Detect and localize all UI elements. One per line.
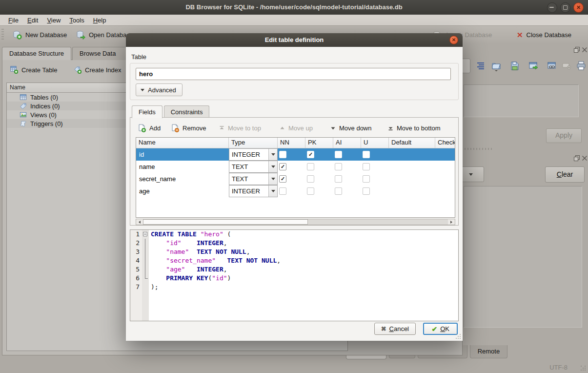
move-to-bottom-icon — [388, 125, 393, 131]
ai-checkbox[interactable] — [335, 163, 342, 170]
print-cell-icon[interactable] — [576, 61, 587, 71]
close-database-button[interactable]: ✕ Close Database — [514, 28, 574, 41]
clear-log-button[interactable]: Clear — [545, 166, 585, 183]
nn-checkbox[interactable]: ✓ — [279, 163, 286, 170]
pk-checkbox[interactable]: ✓ — [307, 151, 314, 158]
field-check-cell[interactable] — [435, 173, 455, 185]
tab-constraints[interactable]: Constraints — [164, 105, 210, 118]
import-file-icon[interactable] — [491, 61, 502, 71]
remove-field-button[interactable]: Remove — [171, 122, 206, 134]
field-type-combo[interactable]: TEXT — [229, 173, 278, 185]
column-header-check[interactable]: Check — [435, 138, 455, 148]
column-header-ai[interactable]: AI — [333, 138, 361, 148]
advanced-button[interactable]: Advanced — [136, 83, 182, 96]
dialog-close-button[interactable]: ✕ — [449, 36, 458, 44]
field-row-secret_name[interactable]: secret_nameTEXT✓ — [136, 173, 455, 185]
field-type-combo[interactable]: TEXT — [229, 161, 278, 173]
dock-close-icon[interactable] — [582, 47, 588, 53]
fold-marker — [142, 256, 149, 265]
field-type-combo[interactable]: INTEGER — [229, 148, 278, 161]
dialog-title: Edit table definition — [126, 33, 463, 47]
field-row-id[interactable]: idINTEGER✓ — [136, 148, 455, 161]
add-field-button[interactable]: Add — [138, 122, 161, 134]
dock-splitter-handle[interactable] — [465, 148, 494, 150]
u-checkbox[interactable] — [363, 175, 370, 183]
dock-close-icon[interactable] — [582, 155, 588, 161]
create-table-button[interactable]: Create Table — [10, 66, 57, 74]
save-cell-icon[interactable] — [509, 61, 520, 71]
menu-file[interactable]: File — [4, 16, 23, 25]
text-format-icon[interactable] — [475, 61, 486, 71]
pk-checkbox[interactable] — [307, 175, 314, 183]
ai-checkbox[interactable] — [335, 187, 342, 195]
advanced-label: Advanced — [148, 86, 176, 94]
field-check-cell[interactable] — [435, 185, 455, 197]
cancel-button[interactable]: ✖ Cancel — [374, 323, 416, 335]
field-check-cell[interactable] — [435, 148, 455, 161]
dock-float-icon[interactable] — [574, 155, 580, 161]
move-to-bottom-button[interactable]: Move to bottom — [388, 122, 441, 134]
nn-checkbox[interactable] — [279, 151, 286, 158]
field-default-cell[interactable] — [389, 161, 435, 173]
scroll-right-icon[interactable] — [448, 219, 455, 225]
field-check-cell[interactable] — [435, 161, 455, 173]
dialog-resize-grip[interactable] — [455, 333, 461, 339]
sql-log-area[interactable] — [464, 186, 582, 328]
menu-tools[interactable]: Tools — [65, 16, 88, 25]
pk-checkbox[interactable] — [307, 187, 314, 195]
maximize-button[interactable] — [560, 2, 570, 13]
tab-database-structure[interactable]: Database Structure — [2, 47, 71, 60]
toolbar-drag-handle[interactable] — [1, 29, 4, 41]
tab-remote[interactable]: Remote — [470, 345, 508, 358]
field-default-cell[interactable] — [389, 185, 435, 197]
ai-checkbox[interactable] — [335, 175, 342, 183]
dock-float-icon[interactable] — [574, 47, 580, 53]
u-checkbox[interactable] — [363, 163, 370, 170]
link-cell-icon[interactable] — [547, 61, 557, 71]
nn-checkbox[interactable]: ✓ — [279, 175, 286, 183]
minimize-button[interactable] — [547, 2, 557, 13]
ok-button[interactable]: ✔ OK — [423, 323, 458, 335]
column-header-u[interactable]: U — [361, 138, 389, 148]
encoding-indicator[interactable]: UTF-8 — [549, 364, 568, 371]
ai-checkbox[interactable] — [335, 151, 342, 158]
field-row-name[interactable]: nameTEXT✓ — [136, 161, 455, 173]
u-checkbox[interactable] — [363, 187, 370, 195]
column-header-pk[interactable]: PK — [305, 138, 333, 148]
scrollbar-track[interactable] — [308, 219, 448, 225]
dialog-titlebar[interactable]: Edit table definition ✕ — [126, 33, 463, 47]
fold-marker[interactable] — [142, 230, 149, 239]
menu-help[interactable]: Help — [89, 16, 111, 25]
close-button[interactable]: ✕ — [573, 2, 584, 13]
resize-grip[interactable] — [580, 365, 586, 371]
column-header-default[interactable]: Default — [389, 138, 435, 148]
field-name-cell[interactable]: name — [136, 161, 229, 173]
pk-checkbox[interactable] — [307, 163, 314, 170]
field-type-value: INTEGER — [229, 187, 268, 195]
field-name-cell[interactable]: secret_name — [136, 173, 229, 185]
new-database-button[interactable]: New Database — [10, 28, 70, 41]
move-down-button[interactable]: Move down — [330, 122, 371, 134]
fields-grid-hscrollbar[interactable] — [136, 219, 455, 225]
field-row-age[interactable]: ageINTEGER — [136, 185, 455, 197]
menu-edit[interactable]: Edit — [23, 16, 42, 25]
create-index-button[interactable]: Create Index — [74, 66, 121, 74]
cell-editor-area[interactable] — [464, 84, 579, 117]
tab-fields[interactable]: Fields — [132, 105, 162, 118]
field-default-cell[interactable] — [389, 148, 435, 161]
column-header-nn[interactable]: NN — [278, 138, 305, 148]
scrollbar-thumb[interactable] — [143, 219, 308, 225]
scroll-left-icon[interactable] — [136, 219, 143, 225]
field-name-cell[interactable]: age — [136, 185, 229, 197]
table-name-input[interactable] — [136, 68, 451, 80]
export-cell-icon[interactable] — [528, 61, 539, 71]
field-default-cell[interactable] — [389, 173, 435, 185]
field-name-cell[interactable]: id — [136, 148, 229, 161]
sql-line: 7); — [130, 283, 458, 291]
u-checkbox[interactable] — [363, 151, 370, 158]
column-header-name[interactable]: Name — [136, 138, 229, 148]
column-header-type[interactable]: Type — [229, 138, 278, 148]
nn-checkbox[interactable] — [279, 187, 286, 195]
menu-view[interactable]: View — [42, 16, 65, 25]
field-type-combo[interactable]: INTEGER — [229, 185, 278, 197]
